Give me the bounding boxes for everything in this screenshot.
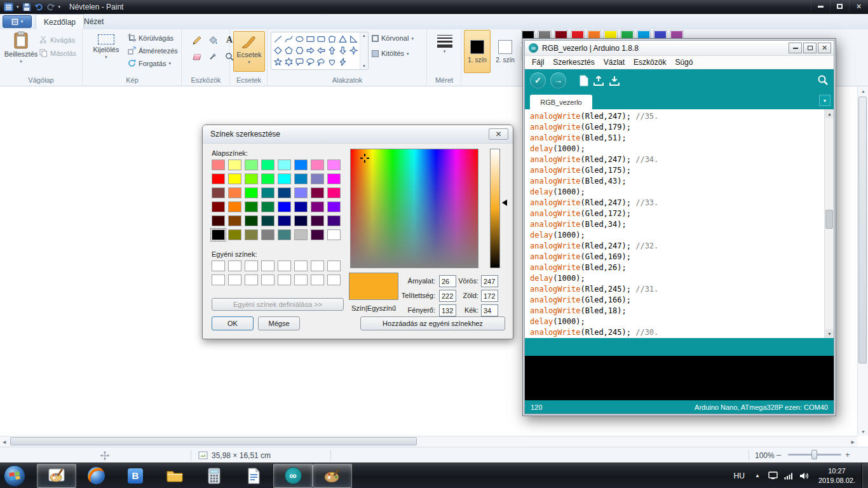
show-desktop-button[interactable]	[862, 463, 868, 488]
code-line[interactable]: analogWrite(Rled,247); //32.	[530, 241, 834, 252]
custom-color-swatch[interactable]	[228, 261, 241, 271]
basic-color-swatch[interactable]	[327, 173, 341, 184]
basic-color-swatch[interactable]	[228, 201, 241, 212]
maximize-button[interactable]	[830, 0, 849, 13]
cloud-callout-shape-icon[interactable]	[316, 57, 326, 67]
brushes-button[interactable]: Ecsetek ▾	[233, 31, 265, 72]
qat-dropdown-caret-icon[interactable]: ▾	[58, 4, 61, 10]
menu-help[interactable]: Súgó	[670, 58, 697, 67]
basic-color-swatch[interactable]	[212, 215, 225, 226]
start-button[interactable]	[4, 465, 25, 487]
basic-color-swatch[interactable]	[212, 187, 225, 198]
pentagon-shape-icon[interactable]	[283, 45, 294, 56]
menu-sketch[interactable]: Vázlat	[599, 58, 629, 67]
fill-tool-button[interactable]	[205, 32, 220, 48]
paint-titlebar[interactable]: ▾ ▾ Névtelen - Paint ×	[0, 0, 868, 14]
basic-color-swatch[interactable]	[294, 187, 308, 198]
custom-color-swatch[interactable]	[261, 261, 275, 271]
luminance-slider-arrow[interactable]	[502, 200, 507, 206]
basic-color-swatch[interactable]	[212, 201, 225, 212]
luminance-bar[interactable]	[490, 149, 500, 268]
color2-button[interactable]: 2. szín	[492, 30, 519, 73]
horizontal-scroll-thumb[interactable]	[10, 437, 417, 445]
verify-button[interactable]: ✓	[530, 72, 546, 88]
basic-color-swatch[interactable]	[327, 159, 341, 170]
undo-icon[interactable]	[34, 3, 43, 11]
lightning-shape-icon[interactable]	[337, 57, 348, 67]
taskbar-explorer-button[interactable]	[155, 464, 194, 488]
editor-scroll-down-icon[interactable]: ▼	[825, 329, 834, 338]
code-line[interactable]: analogWrite(Gled,169);	[530, 252, 834, 262]
open-button[interactable]	[593, 75, 604, 86]
basic-color-swatch[interactable]	[311, 201, 324, 212]
serial-monitor-button[interactable]	[817, 74, 829, 86]
basic-color-swatch[interactable]	[245, 229, 258, 240]
basic-color-swatch[interactable]	[228, 187, 241, 198]
copy-button[interactable]: Másolás	[39, 49, 76, 57]
basic-color-swatch[interactable]	[311, 187, 324, 198]
qat-menu-caret-icon[interactable]: ▾	[17, 4, 19, 10]
basic-color-swatch[interactable]	[228, 215, 241, 226]
shapes-scrollbar[interactable]: ▲ ▼	[360, 32, 368, 69]
code-line[interactable]: delay(1000);	[530, 187, 834, 198]
shapes-scroll-up-icon[interactable]: ▲	[362, 34, 366, 37]
tab-view[interactable]: Nézet	[76, 14, 111, 29]
arduino-titlebar[interactable]: ∞ RGB_vezerlo | Arduino 1.8.8 ✕	[525, 41, 834, 56]
cancel-button[interactable]: Mégse	[258, 316, 300, 330]
dialog-close-button[interactable]: ✕	[489, 128, 508, 140]
custom-color-swatch[interactable]	[245, 274, 258, 285]
horizontal-scrollbar[interactable]: ◀ ▶	[0, 436, 857, 447]
four-point-star-shape-icon[interactable]	[348, 45, 358, 56]
basic-color-swatch[interactable]	[261, 201, 275, 212]
code-line[interactable]: analogWrite(Bled,51);	[530, 133, 834, 144]
code-area[interactable]: analogWrite(Rled,247); //35.analogWrite(…	[525, 109, 834, 338]
line-shape-icon[interactable]	[273, 34, 283, 44]
oval-callout-shape-icon[interactable]	[305, 57, 315, 67]
rounded-rectangle-shape-icon[interactable]	[316, 34, 326, 44]
code-line[interactable]: analogWrite(Rled,247); //33.	[530, 198, 834, 208]
cut-button[interactable]: Kivágás	[39, 36, 75, 44]
ok-button[interactable]: OK	[212, 316, 254, 330]
custom-color-swatch[interactable]	[327, 261, 341, 271]
basic-color-swatch[interactable]	[228, 229, 241, 240]
new-sketch-button[interactable]	[579, 75, 588, 86]
triangle-shape-icon[interactable]	[337, 34, 348, 44]
zoom-in-icon[interactable]: +	[845, 450, 850, 459]
add-custom-color-button[interactable]: Hozzáadás az egyéni színekhez	[360, 316, 505, 330]
scroll-left-icon[interactable]: ◀	[3, 440, 6, 445]
vertical-scrollbar[interactable]: ▲ ▼	[857, 87, 868, 436]
scroll-up-icon[interactable]: ▲	[861, 89, 865, 93]
editor-scroll-up-icon[interactable]: ▲	[825, 109, 834, 118]
oval-shape-icon[interactable]	[294, 34, 304, 44]
rounded-callout-shape-icon[interactable]	[294, 57, 304, 67]
code-line[interactable]: analogWrite(Gled,175);	[530, 165, 834, 176]
basic-color-swatch[interactable]	[212, 229, 225, 240]
code-line[interactable]: analogWrite(Rled,245); //30.	[530, 327, 834, 338]
taskbar-firefox-button[interactable]	[76, 464, 116, 488]
blue-value-field[interactable]: 34	[481, 304, 498, 316]
down-arrow-shape-icon[interactable]	[337, 45, 348, 56]
minimize-button[interactable]	[811, 0, 830, 13]
menu-tools[interactable]: Eszközök	[629, 58, 670, 67]
upload-button[interactable]: →	[550, 72, 566, 88]
shape-outline-button[interactable]: Körvonal ▾	[372, 34, 414, 42]
taskbar-calculator-button[interactable]	[194, 464, 234, 488]
right-triangle-shape-icon[interactable]	[348, 34, 358, 44]
dialog-titlebar[interactable]: Színek szerkesztése	[203, 125, 513, 144]
saturation-value-field[interactable]: 222	[439, 290, 456, 302]
six-point-star-shape-icon[interactable]	[283, 57, 294, 67]
basic-color-swatch[interactable]	[228, 173, 241, 184]
basic-color-swatch[interactable]	[261, 187, 275, 198]
basic-color-swatch[interactable]	[245, 187, 258, 198]
basic-color-swatch[interactable]	[278, 229, 291, 240]
arduino-close-button[interactable]: ✕	[818, 43, 831, 53]
size-button[interactable]: ▾	[431, 31, 458, 72]
code-line[interactable]: delay(1000);	[530, 144, 834, 154]
scroll-right-icon[interactable]: ▶	[851, 440, 855, 445]
custom-color-swatch[interactable]	[212, 261, 225, 271]
rotate-button[interactable]: Forgatás ▾	[128, 59, 171, 67]
basic-color-swatch[interactable]	[261, 173, 275, 184]
shapes-scroll-down-icon[interactable]: ▼	[362, 64, 366, 68]
polygon-shape-icon[interactable]	[327, 34, 337, 44]
code-editor[interactable]: analogWrite(Rled,247); //35.analogWrite(…	[525, 109, 834, 338]
